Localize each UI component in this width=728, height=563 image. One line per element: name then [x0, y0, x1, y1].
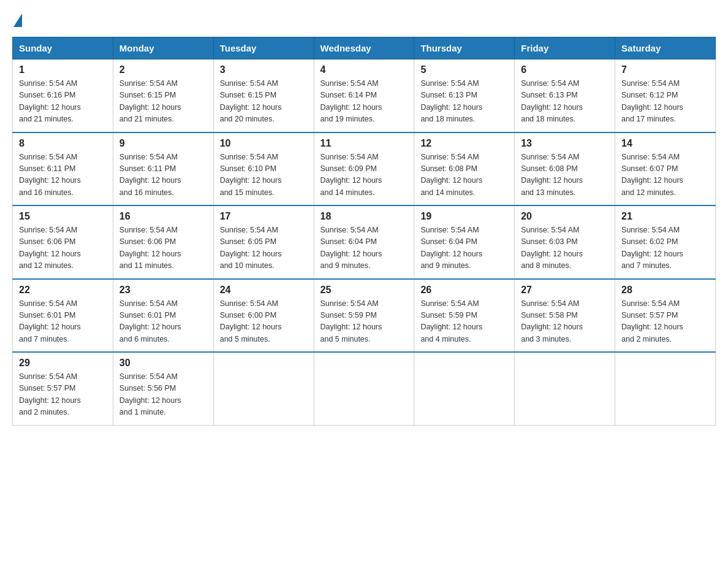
- day-info: Sunrise: 5:54 AM Sunset: 6:04 PM Dayligh…: [420, 224, 508, 272]
- logo: [12, 12, 22, 26]
- day-number: 10: [220, 138, 308, 149]
- day-number: 6: [521, 64, 609, 75]
- day-number: 3: [220, 64, 308, 75]
- weekday-header-sunday: Sunday: [13, 37, 113, 59]
- day-info: Sunrise: 5:54 AM Sunset: 6:04 PM Dayligh…: [320, 224, 408, 272]
- weekday-header-monday: Monday: [113, 37, 213, 59]
- calendar-cell: 12 Sunrise: 5:54 AM Sunset: 6:08 PM Dayl…: [414, 132, 515, 206]
- calendar-cell: 6 Sunrise: 5:54 AM Sunset: 6:13 PM Dayli…: [515, 59, 615, 132]
- weekday-header-tuesday: Tuesday: [213, 37, 314, 59]
- calendar-cell: 5 Sunrise: 5:54 AM Sunset: 6:13 PM Dayli…: [414, 59, 515, 132]
- day-info: Sunrise: 5:54 AM Sunset: 6:09 PM Dayligh…: [320, 151, 408, 199]
- calendar-cell: 28 Sunrise: 5:54 AM Sunset: 5:57 PM Dayl…: [615, 279, 716, 353]
- day-number: 2: [119, 64, 207, 75]
- day-number: 22: [19, 285, 107, 296]
- calendar-week-row: 1 Sunrise: 5:54 AM Sunset: 6:16 PM Dayli…: [13, 59, 716, 132]
- day-info: Sunrise: 5:54 AM Sunset: 6:01 PM Dayligh…: [19, 298, 107, 346]
- day-number: 19: [420, 211, 508, 222]
- calendar-cell: 1 Sunrise: 5:54 AM Sunset: 6:16 PM Dayli…: [13, 59, 113, 132]
- calendar-cell: [414, 352, 515, 425]
- calendar-cell: 17 Sunrise: 5:54 AM Sunset: 6:05 PM Dayl…: [213, 205, 314, 279]
- day-info: Sunrise: 5:54 AM Sunset: 5:57 PM Dayligh…: [621, 298, 709, 346]
- page-header: [12, 12, 716, 26]
- calendar-cell: 23 Sunrise: 5:54 AM Sunset: 6:01 PM Dayl…: [113, 279, 213, 353]
- calendar-cell: 11 Sunrise: 5:54 AM Sunset: 6:09 PM Dayl…: [314, 132, 414, 206]
- calendar-cell: 30 Sunrise: 5:54 AM Sunset: 5:56 PM Dayl…: [113, 352, 213, 425]
- logo-triangle-icon: [13, 13, 22, 27]
- calendar-cell: [515, 352, 615, 425]
- weekday-header-friday: Friday: [515, 37, 615, 59]
- day-info: Sunrise: 5:54 AM Sunset: 6:10 PM Dayligh…: [220, 151, 308, 199]
- day-info: Sunrise: 5:54 AM Sunset: 6:11 PM Dayligh…: [19, 151, 107, 199]
- day-number: 29: [19, 358, 107, 369]
- weekday-header-row: SundayMondayTuesdayWednesdayThursdayFrid…: [13, 37, 716, 59]
- day-number: 25: [320, 285, 408, 296]
- calendar-cell: 10 Sunrise: 5:54 AM Sunset: 6:10 PM Dayl…: [213, 132, 314, 206]
- calendar-cell: 18 Sunrise: 5:54 AM Sunset: 6:04 PM Dayl…: [314, 205, 414, 279]
- day-number: 7: [621, 64, 709, 75]
- day-number: 11: [320, 138, 408, 149]
- calendar-cell: 4 Sunrise: 5:54 AM Sunset: 6:14 PM Dayli…: [314, 59, 414, 132]
- day-number: 17: [220, 211, 308, 222]
- day-number: 24: [220, 285, 308, 296]
- day-number: 30: [119, 358, 207, 369]
- day-number: 27: [521, 285, 609, 296]
- day-number: 28: [621, 285, 709, 296]
- day-info: Sunrise: 5:54 AM Sunset: 6:12 PM Dayligh…: [621, 78, 709, 126]
- day-number: 23: [119, 285, 207, 296]
- calendar-week-row: 8 Sunrise: 5:54 AM Sunset: 6:11 PM Dayli…: [13, 132, 716, 206]
- calendar-week-row: 22 Sunrise: 5:54 AM Sunset: 6:01 PM Dayl…: [13, 279, 716, 353]
- calendar-cell: 29 Sunrise: 5:54 AM Sunset: 5:57 PM Dayl…: [13, 352, 113, 425]
- calendar-week-row: 29 Sunrise: 5:54 AM Sunset: 5:57 PM Dayl…: [13, 352, 716, 425]
- day-info: Sunrise: 5:54 AM Sunset: 6:13 PM Dayligh…: [521, 78, 609, 126]
- day-info: Sunrise: 5:54 AM Sunset: 6:00 PM Dayligh…: [220, 298, 308, 346]
- weekday-header-saturday: Saturday: [615, 37, 716, 59]
- day-number: 20: [521, 211, 609, 222]
- day-info: Sunrise: 5:54 AM Sunset: 6:02 PM Dayligh…: [621, 224, 709, 272]
- day-number: 26: [420, 285, 508, 296]
- calendar-cell: [615, 352, 716, 425]
- day-info: Sunrise: 5:54 AM Sunset: 6:15 PM Dayligh…: [119, 78, 207, 126]
- calendar-cell: 21 Sunrise: 5:54 AM Sunset: 6:02 PM Dayl…: [615, 205, 716, 279]
- calendar-cell: 24 Sunrise: 5:54 AM Sunset: 6:00 PM Dayl…: [213, 279, 314, 353]
- calendar-week-row: 15 Sunrise: 5:54 AM Sunset: 6:06 PM Dayl…: [13, 205, 716, 279]
- day-info: Sunrise: 5:54 AM Sunset: 5:58 PM Dayligh…: [521, 298, 609, 346]
- day-info: Sunrise: 5:54 AM Sunset: 5:59 PM Dayligh…: [420, 298, 508, 346]
- day-info: Sunrise: 5:54 AM Sunset: 6:13 PM Dayligh…: [420, 78, 508, 126]
- day-number: 14: [621, 138, 709, 149]
- day-info: Sunrise: 5:54 AM Sunset: 6:08 PM Dayligh…: [521, 151, 609, 199]
- day-info: Sunrise: 5:54 AM Sunset: 6:14 PM Dayligh…: [320, 78, 408, 126]
- calendar-cell: 25 Sunrise: 5:54 AM Sunset: 5:59 PM Dayl…: [314, 279, 414, 353]
- calendar-cell: 3 Sunrise: 5:54 AM Sunset: 6:15 PM Dayli…: [213, 59, 314, 132]
- day-number: 21: [621, 211, 709, 222]
- day-number: 1: [19, 64, 107, 75]
- day-info: Sunrise: 5:54 AM Sunset: 6:05 PM Dayligh…: [220, 224, 308, 272]
- day-info: Sunrise: 5:54 AM Sunset: 5:59 PM Dayligh…: [320, 298, 408, 346]
- day-info: Sunrise: 5:54 AM Sunset: 6:06 PM Dayligh…: [119, 224, 207, 272]
- day-info: Sunrise: 5:54 AM Sunset: 6:07 PM Dayligh…: [621, 151, 709, 199]
- calendar-cell: 20 Sunrise: 5:54 AM Sunset: 6:03 PM Dayl…: [515, 205, 615, 279]
- calendar-cell: 13 Sunrise: 5:54 AM Sunset: 6:08 PM Dayl…: [515, 132, 615, 206]
- calendar-cell: 2 Sunrise: 5:54 AM Sunset: 6:15 PM Dayli…: [113, 59, 213, 132]
- day-info: Sunrise: 5:54 AM Sunset: 5:56 PM Dayligh…: [119, 371, 207, 419]
- calendar-cell: 16 Sunrise: 5:54 AM Sunset: 6:06 PM Dayl…: [113, 205, 213, 279]
- day-info: Sunrise: 5:54 AM Sunset: 6:08 PM Dayligh…: [420, 151, 508, 199]
- weekday-header-thursday: Thursday: [414, 37, 515, 59]
- calendar-cell: 14 Sunrise: 5:54 AM Sunset: 6:07 PM Dayl…: [615, 132, 716, 206]
- calendar-cell: [314, 352, 414, 425]
- day-info: Sunrise: 5:54 AM Sunset: 6:16 PM Dayligh…: [19, 78, 107, 126]
- day-number: 18: [320, 211, 408, 222]
- weekday-header-wednesday: Wednesday: [314, 37, 414, 59]
- calendar-cell: 15 Sunrise: 5:54 AM Sunset: 6:06 PM Dayl…: [13, 205, 113, 279]
- day-number: 16: [119, 211, 207, 222]
- day-info: Sunrise: 5:54 AM Sunset: 6:01 PM Dayligh…: [119, 298, 207, 346]
- day-info: Sunrise: 5:54 AM Sunset: 6:03 PM Dayligh…: [521, 224, 609, 272]
- calendar-cell: 8 Sunrise: 5:54 AM Sunset: 6:11 PM Dayli…: [13, 132, 113, 206]
- day-number: 8: [19, 138, 107, 149]
- calendar-cell: 9 Sunrise: 5:54 AM Sunset: 6:11 PM Dayli…: [113, 132, 213, 206]
- day-info: Sunrise: 5:54 AM Sunset: 5:57 PM Dayligh…: [19, 371, 107, 419]
- calendar-cell: [213, 352, 314, 425]
- day-number: 12: [420, 138, 508, 149]
- day-info: Sunrise: 5:54 AM Sunset: 6:11 PM Dayligh…: [119, 151, 207, 199]
- calendar-cell: 26 Sunrise: 5:54 AM Sunset: 5:59 PM Dayl…: [414, 279, 515, 353]
